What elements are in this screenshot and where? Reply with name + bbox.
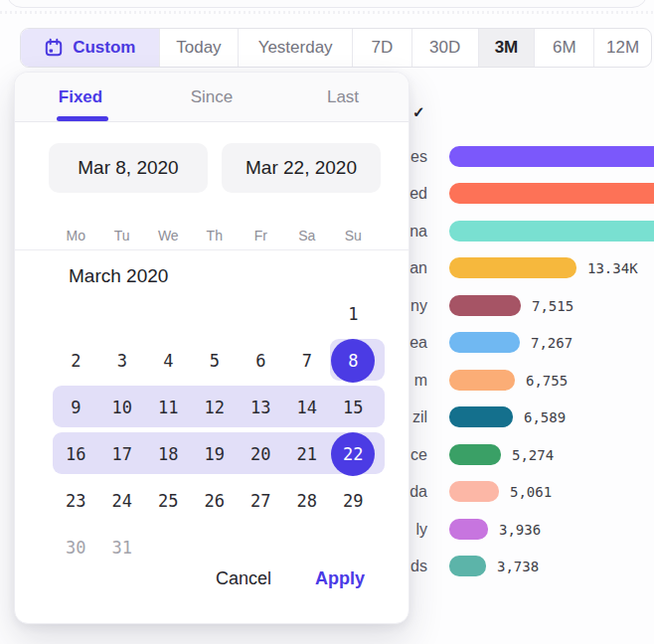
range-preset-12m[interactable]: 12M — [593, 29, 651, 67]
day-cell-26[interactable]: 26 — [192, 477, 239, 524]
bar-value-label: 6,589 — [524, 399, 566, 435]
day-cell-19[interactable]: 19 — [192, 430, 239, 477]
range-preset-custom[interactable]: Custom — [21, 29, 159, 67]
day-cell-17[interactable]: 17 — [99, 430, 146, 477]
weekday-label: Tu — [99, 222, 146, 249]
range-preset-30d[interactable]: 30D — [411, 29, 478, 67]
bar — [449, 370, 515, 391]
bar — [449, 444, 501, 465]
day-cell-29[interactable]: 29 — [330, 477, 377, 524]
bar — [449, 481, 499, 502]
weekday-label: Sa — [284, 222, 331, 249]
bar — [449, 146, 654, 167]
day-cell-13[interactable]: 13 — [238, 384, 284, 430]
preset-label: Yesterday — [258, 38, 333, 58]
country-label-fragment: na — [409, 213, 427, 249]
day-cell-20[interactable]: 20 — [238, 430, 284, 477]
day-cell-15[interactable]: 15 — [330, 384, 377, 430]
popup-actions: Cancel Apply — [216, 568, 365, 589]
range-preset-3m[interactable]: 3M — [478, 29, 535, 67]
day-cell-12[interactable]: 12 — [192, 384, 239, 430]
day-cell-10[interactable]: 10 — [99, 384, 146, 430]
tab-fixed[interactable]: Fixed — [15, 73, 146, 121]
country-label-fragment: ce — [410, 436, 427, 473]
weekday-label: Fr — [238, 222, 284, 249]
preset-label: Custom — [73, 38, 135, 58]
calendar-week-row: 9101112131415 — [53, 384, 385, 430]
range-preset-6m[interactable]: 6M — [534, 29, 593, 67]
day-cell-empty — [145, 290, 192, 337]
day-cell-8[interactable]: 8 — [330, 337, 377, 384]
calendar-week-row: 3031 — [53, 524, 385, 570]
day-cell-2[interactable]: 2 — [53, 337, 99, 384]
preset-label: Today — [176, 38, 221, 58]
month-title: March 2020 — [69, 265, 168, 287]
day-cell-empty — [284, 524, 331, 570]
day-cell-empty — [192, 290, 239, 337]
date-picker-tabs: FixedSinceLast — [15, 73, 409, 122]
day-cell-22[interactable]: 22 — [330, 430, 377, 477]
day-cell-16[interactable]: 16 — [53, 430, 99, 477]
tab-last[interactable]: Last — [277, 73, 409, 121]
day-cell-21[interactable]: 21 — [284, 430, 331, 477]
bar — [449, 406, 513, 427]
end-date-input[interactable]: Mar 22, 2020 — [222, 143, 381, 193]
day-cell-empty — [238, 524, 284, 570]
day-cell-18[interactable]: 18 — [145, 430, 192, 477]
country-label-fragment: zil — [412, 399, 427, 435]
day-cell-1[interactable]: 1 — [330, 290, 377, 337]
country-label-fragment: ea — [409, 324, 427, 361]
country-label-fragment: da — [409, 473, 427, 510]
preset-label: 6M — [553, 38, 576, 58]
day-cell-7[interactable]: 7 — [284, 337, 331, 384]
day-cell-11[interactable]: 11 — [145, 384, 192, 430]
preset-label: 7D — [371, 38, 393, 58]
day-cell-empty — [284, 290, 331, 337]
screen: esednaan13.34Kny7,515ea7,267m6,755zil6,5… — [0, 0, 654, 644]
bar — [449, 295, 521, 316]
range-preset-today[interactable]: Today — [159, 29, 239, 67]
day-cell-empty — [192, 524, 239, 570]
day-cell-28[interactable]: 28 — [284, 477, 331, 524]
bar — [449, 556, 486, 576]
tab-since[interactable]: Since — [146, 73, 277, 121]
day-cell-9[interactable]: 9 — [53, 384, 99, 430]
day-cell-14[interactable]: 14 — [284, 384, 331, 430]
day-cell-3[interactable]: 3 — [99, 337, 146, 384]
day-cell-5[interactable]: 5 — [192, 337, 239, 384]
day-cell-24[interactable]: 24 — [99, 477, 146, 524]
selected-day-circle: 22 — [331, 432, 375, 476]
day-cell-27[interactable]: 27 — [238, 477, 284, 524]
bar-value-label: 7,267 — [531, 324, 572, 361]
country-label-fragment: ly — [415, 511, 427, 548]
date-range-toolbar: CustomTodayYesterday7D30D3M6M12M — [20, 28, 652, 68]
date-picker-popup: FixedSinceLast Mar 8, 2020 Mar 22, 2020 … — [14, 72, 409, 624]
day-cell-23[interactable]: 23 — [53, 477, 99, 524]
check-icon: ✓ — [412, 103, 432, 123]
weekday-header-row: MoTuWeThFrSaSu — [53, 222, 377, 249]
background-panel-edge — [6, 0, 648, 8]
country-label-fragment: ds — [410, 548, 427, 584]
country-label-fragment: ny — [410, 287, 427, 324]
apply-button[interactable]: Apply — [315, 568, 365, 589]
range-preset-yesterday[interactable]: Yesterday — [238, 29, 352, 67]
preset-label: 3M — [495, 38, 519, 58]
range-preset-7d[interactable]: 7D — [352, 29, 411, 67]
calendar-grid: 1234567891011121314151617181920212223242… — [53, 290, 385, 570]
day-cell-4[interactable]: 4 — [145, 337, 192, 384]
bar-value-label: 7,515 — [532, 287, 573, 324]
background-dotted-line — [0, 11, 654, 14]
day-cell-empty — [238, 290, 284, 337]
day-cell-6[interactable]: 6 — [238, 337, 284, 384]
weekday-label: We — [145, 222, 192, 249]
start-date-input[interactable]: Mar 8, 2020 — [49, 143, 208, 193]
bar — [449, 257, 576, 278]
country-label-fragment: an — [409, 249, 427, 286]
day-cell-empty — [53, 290, 99, 337]
day-cell-25[interactable]: 25 — [145, 477, 192, 524]
day-cell-empty — [99, 290, 146, 337]
preset-label: 30D — [429, 38, 460, 58]
date-inputs-row: Mar 8, 2020 Mar 22, 2020 — [49, 143, 382, 193]
cancel-button[interactable]: Cancel — [216, 568, 271, 589]
day-cell-30: 30 — [53, 524, 99, 570]
